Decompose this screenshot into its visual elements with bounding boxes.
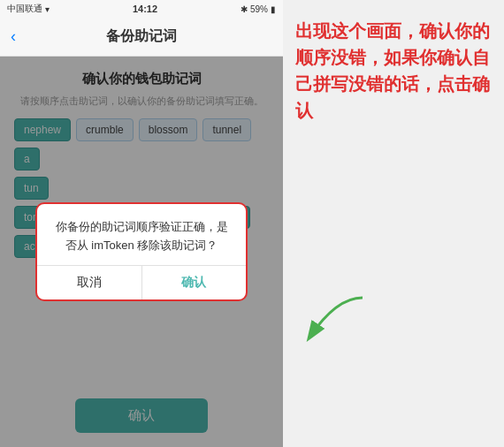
back-button[interactable]: ‹: [11, 27, 16, 46]
carrier-label: 中国联通: [7, 3, 42, 15]
dialog-body: 你备份的助记词顺序验证正确，是否从 imToken 移除该助记词？: [37, 204, 246, 266]
phone-screen: 中国联通 ▾ 14:12 ✱ 59% ▮ ‹ 备份助记词 确认你的钱包助记词 请…: [0, 0, 283, 447]
nav-bar: ‹ 备份助记词: [0, 18, 283, 57]
arrow-container: [292, 293, 380, 350]
time-label: 14:12: [133, 4, 157, 14]
wifi-icon: ▾: [45, 4, 50, 14]
annotation-panel: 出现这个画面，确认你的顺序没错，如果你确认自己拼写没错的话，点击确认: [283, 0, 504, 447]
nav-title: 备份助记词: [106, 27, 177, 46]
dialog: 你备份的助记词顺序验证正确，是否从 imToken 移除该助记词？ 取消 确认: [35, 202, 248, 302]
status-left: 中国联通 ▾: [7, 3, 50, 15]
dialog-buttons: 取消 确认: [37, 265, 246, 299]
dialog-cancel-button[interactable]: 取消: [37, 266, 142, 299]
page-content: 确认你的钱包助记词 请按顺序点击助记词，以确认你的备份助记词填写正确。 neph…: [0, 57, 283, 447]
bluetooth-icon: ✱: [241, 4, 248, 14]
arrow-icon: [292, 293, 380, 346]
status-right: ✱ 59% ▮: [241, 4, 276, 14]
dialog-message: 你备份的助记词顺序验证正确，是否从 imToken 移除该助记词？: [51, 218, 232, 255]
status-bar: 中国联通 ▾ 14:12 ✱ 59% ▮: [0, 0, 283, 18]
dialog-overlay: 你备份的助记词顺序验证正确，是否从 imToken 移除该助记词？ 取消 确认: [0, 57, 283, 447]
dialog-ok-button[interactable]: 确认: [142, 266, 247, 299]
annotation-text: 出现这个画面，确认你的顺序没错，如果你确认自己拼写没错的话，点击确认: [295, 18, 492, 124]
battery-icon: ▮: [271, 4, 276, 14]
battery-label: 59%: [250, 4, 268, 14]
